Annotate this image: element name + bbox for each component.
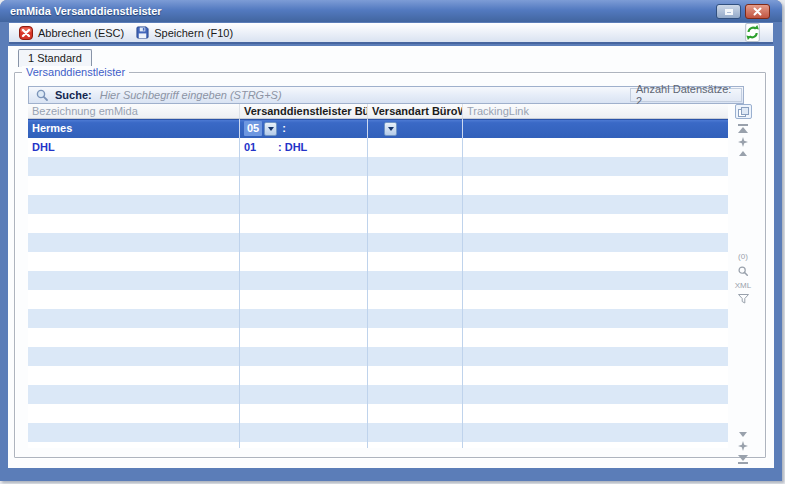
- scroll-down-page-icon[interactable]: [738, 441, 748, 451]
- table-row-empty: [28, 366, 728, 385]
- tab-standard[interactable]: 1 Standard: [18, 49, 92, 67]
- cancel-button[interactable]: Abbrechen (ESC): [15, 24, 132, 42]
- code-value: 01: [244, 138, 278, 157]
- table-row-empty: [28, 195, 728, 214]
- table-row-empty: [28, 271, 728, 290]
- window-title: emMida Versanddienstleister: [0, 5, 162, 17]
- cell-versanddienstleister[interactable]: 01 : DHL: [240, 138, 368, 157]
- table-row-empty: [28, 214, 728, 233]
- maximize-button[interactable]: [716, 4, 741, 19]
- cancel-icon: [19, 26, 33, 40]
- column-header-versanddienstleister[interactable]: Versanddienstleister BüroWARE: [240, 104, 368, 118]
- cell-bezeichnung[interactable]: Hermes: [28, 119, 240, 138]
- record-indicator-icon[interactable]: (0): [738, 252, 748, 261]
- window-border-bottom: [0, 468, 782, 481]
- zoom-search-icon[interactable]: [737, 265, 749, 277]
- code-chip[interactable]: 05: [244, 121, 262, 136]
- window-border-right: [774, 22, 782, 481]
- chevron-down-icon: [388, 127, 394, 131]
- cancel-button-label: Abbrechen (ESC): [38, 27, 124, 39]
- cell-trackinglink[interactable]: [463, 119, 728, 138]
- table-row-empty: [28, 328, 728, 347]
- client-area: 1 Standard Versanddienstleister Suche: H…: [8, 46, 774, 468]
- scroll-bottom-icon: [738, 455, 748, 461]
- table-row-empty: [28, 309, 728, 328]
- table-row-empty: [28, 423, 728, 442]
- scroll-down-icon[interactable]: [739, 432, 747, 437]
- scroll-top-icon: [738, 124, 748, 126]
- table-row-empty: [28, 404, 728, 423]
- table-row[interactable]: DHL 01 : DHL: [28, 138, 728, 157]
- search-input[interactable]: Suche: Hier Suchbegriff eingeben (STRG+S…: [28, 86, 744, 104]
- cell-versandart[interactable]: [368, 119, 463, 138]
- scroll-bottom-button[interactable]: [738, 455, 748, 464]
- search-label: Suche:: [55, 89, 92, 101]
- groupbox-label: Versanddienstleister: [22, 66, 129, 78]
- xml-export-icon[interactable]: XML: [735, 281, 751, 290]
- search-placeholder: Hier Suchbegriff eingeben (STRG+S): [100, 89, 282, 101]
- toolbar: Abbrechen (ESC) Speichern (F10): [9, 23, 773, 44]
- save-button-label: Speichern (F10): [154, 27, 233, 39]
- column-header-trackinglink[interactable]: TrackingLink: [463, 104, 728, 118]
- data-grid: Bezeichnung emMida Versanddienstleister …: [28, 104, 728, 448]
- search-icon: [35, 88, 49, 102]
- screen: emMida Versanddienstleister: [0, 0, 785, 484]
- maximize-icon: [725, 9, 733, 15]
- cell-versanddienstleister[interactable]: 05 :: [240, 119, 368, 138]
- table-row-empty: [28, 233, 728, 252]
- save-button[interactable]: Speichern (F10): [132, 24, 241, 42]
- table-row-empty: [28, 442, 728, 448]
- column-header-versandart[interactable]: Versandart BüroWARE: [368, 104, 463, 118]
- refresh-button[interactable]: [739, 23, 765, 42]
- scroll-up-page-icon[interactable]: [738, 137, 748, 147]
- table-row-empty: [28, 290, 728, 309]
- grid-header: Bezeichnung emMida Versanddienstleister …: [28, 104, 728, 119]
- dropdown-button[interactable]: [264, 122, 277, 136]
- table-row-empty: [28, 347, 728, 366]
- grid-body-empty: [28, 157, 728, 448]
- title-bar[interactable]: emMida Versanddienstleister: [0, 0, 782, 22]
- column-header-bezeichnung[interactable]: Bezeichnung emMida: [28, 104, 240, 118]
- code-suffix: :: [282, 119, 286, 138]
- filter-icon[interactable]: [738, 294, 749, 304]
- save-icon: [136, 26, 149, 39]
- table-row-empty: [28, 176, 728, 195]
- table-row-empty: [28, 385, 728, 404]
- grid-side-rail: (0) XML: [732, 104, 754, 468]
- table-row[interactable]: Hermes 05 :: [28, 119, 728, 138]
- refresh-icon: [742, 22, 763, 43]
- cell-bezeichnung[interactable]: DHL: [28, 138, 240, 157]
- scroll-top-button[interactable]: [738, 124, 748, 133]
- close-button[interactable]: [745, 4, 770, 19]
- cell-versandart[interactable]: [368, 138, 463, 157]
- record-count: Anzahl Datensätze: 2: [630, 88, 742, 102]
- code-suffix: : DHL: [278, 138, 307, 157]
- column-chooser-button[interactable]: [735, 104, 752, 119]
- column-chooser-icon: [738, 107, 749, 117]
- groupbox-versanddienstleister: Versanddienstleister Suche: Hier Suchbeg…: [14, 72, 766, 458]
- app-window: emMida Versanddienstleister: [0, 0, 782, 481]
- close-icon: [753, 7, 762, 16]
- table-row-empty: [28, 157, 728, 176]
- chevron-down-icon: [268, 127, 274, 131]
- scroll-up-icon[interactable]: [739, 151, 747, 156]
- table-row-empty: [28, 252, 728, 271]
- cell-trackinglink[interactable]: [463, 138, 728, 157]
- dropdown-button[interactable]: [384, 122, 397, 136]
